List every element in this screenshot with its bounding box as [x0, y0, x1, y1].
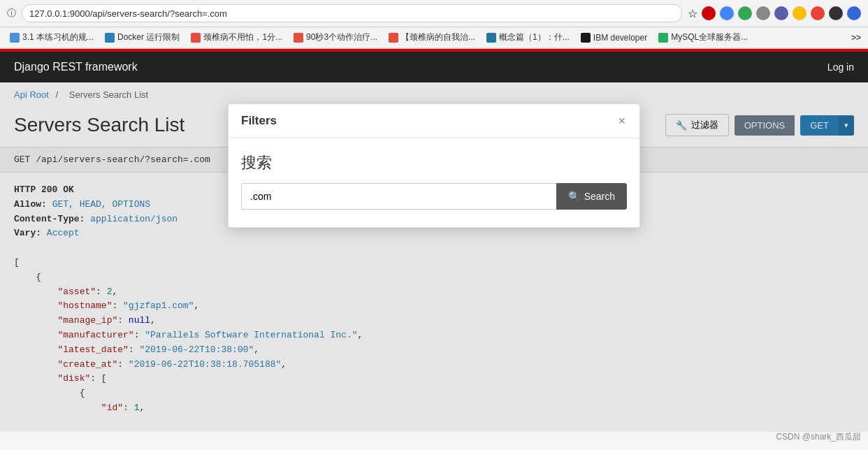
url-text: 127.0.0.1:9000/api/servers-search/?searc…	[29, 8, 227, 19]
bookmark-favicon-2	[105, 33, 115, 43]
bookmark-8[interactable]: MySQL全球服务器...	[656, 30, 751, 45]
bookmark-label-8: MySQL全球服务器...	[671, 31, 748, 43]
bookmark-favicon-1	[10, 33, 20, 43]
search-row: 🔍 Search	[241, 183, 627, 210]
info-icon: ⓘ	[7, 7, 16, 20]
browser-ext-3[interactable]	[738, 6, 752, 20]
page-content: Api Root / Servers Search List Servers S…	[0, 82, 868, 432]
browser-actions: ☆	[688, 6, 861, 20]
search-button-label: Search	[584, 191, 615, 202]
browser-ext-1[interactable]	[702, 6, 716, 20]
bookmark-label-7: IBM developer	[593, 33, 647, 43]
star-icon[interactable]: ☆	[688, 7, 697, 20]
bookmark-favicon-3	[191, 33, 201, 43]
bookmark-label-5: 【颈椎病的自我治...	[401, 31, 475, 43]
bookmark-favicon-6	[486, 33, 496, 43]
bookmark-label-6: 概念篇（1）：什...	[499, 31, 570, 43]
bookmark-5[interactable]: 【颈椎病的自我治...	[386, 30, 478, 45]
browser-ext-6[interactable]	[793, 6, 806, 20]
browser-ext-8[interactable]	[829, 6, 843, 20]
modal-body: 搜索 🔍 Search	[229, 138, 639, 227]
bookmark-6[interactable]: 概念篇（1）：什...	[484, 30, 572, 45]
browser-ext-9[interactable]	[847, 6, 861, 20]
bookmark-4[interactable]: 90秒3个动作治疗...	[291, 30, 380, 45]
more-bookmarks[interactable]: >>	[851, 33, 861, 43]
bookmark-favicon-7	[581, 33, 591, 43]
bookmark-label-3: 颈椎病不用怕，1分...	[203, 31, 282, 43]
bookmark-favicon-8	[658, 33, 668, 43]
bookmark-favicon-5	[389, 33, 398, 43]
bookmark-label-2: Docker 运行限制	[117, 31, 180, 43]
modal-header: Filters ×	[229, 104, 639, 138]
bookmark-1[interactable]: 3.1 本练习机的规...	[7, 30, 96, 45]
bookmark-2[interactable]: Docker 运行限制	[102, 30, 182, 45]
modal-close-button[interactable]: ×	[616, 115, 627, 127]
filter-modal: Filters × 搜索 🔍 Search	[228, 103, 640, 228]
filter-section-title: 搜索	[241, 152, 627, 173]
browser-ext-7[interactable]	[811, 6, 825, 20]
browser-ext-2[interactable]	[720, 6, 734, 20]
modal-title: Filters	[241, 114, 277, 128]
brand-name[interactable]: Django REST framework	[14, 61, 827, 73]
search-button[interactable]: 🔍 Search	[556, 183, 627, 210]
bookmark-label-1: 3.1 本练习机的规...	[22, 31, 94, 43]
search-icon: 🔍	[568, 191, 580, 202]
bookmark-7[interactable]: IBM developer	[578, 31, 650, 44]
browser-ext-4[interactable]	[756, 6, 770, 20]
modal-overlay[interactable]: Filters × 搜索 🔍 Search	[0, 82, 868, 432]
bookmark-label-4: 90秒3个动作治疗...	[306, 31, 377, 43]
login-button[interactable]: Log in	[827, 61, 854, 73]
bookmarks-bar: 3.1 本练习机的规... Docker 运行限制 颈椎病不用怕，1分... 9…	[0, 27, 868, 48]
address-url[interactable]: 127.0.0.1:9000/api/servers-search/?searc…	[22, 4, 682, 22]
browser-ext-5[interactable]	[774, 6, 788, 20]
csdn-watermark: CSDN @shark_西瓜甜	[776, 431, 861, 432]
search-input[interactable]	[241, 183, 556, 210]
bookmark-favicon-4	[294, 33, 303, 43]
bookmark-3[interactable]: 颈椎病不用怕，1分...	[188, 30, 285, 45]
django-navbar: Django REST framework Log in	[0, 52, 868, 82]
